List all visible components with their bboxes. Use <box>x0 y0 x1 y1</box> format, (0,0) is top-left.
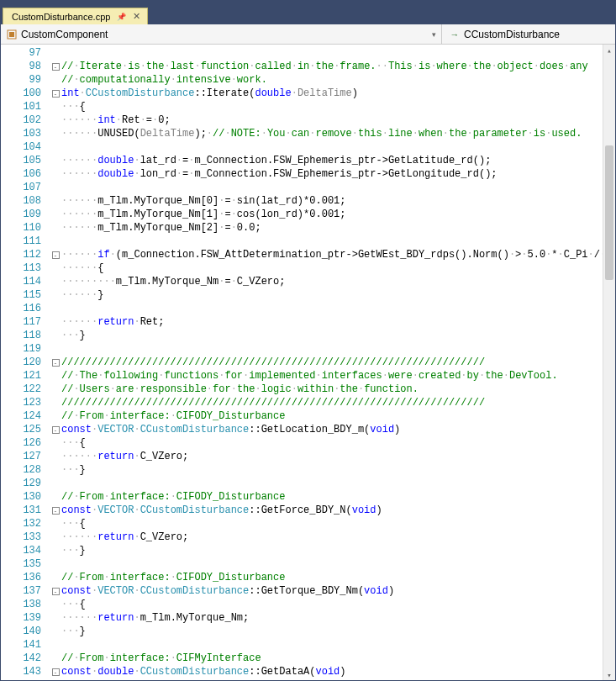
scroll-thumb[interactable] <box>605 145 613 280</box>
code-line[interactable] <box>61 302 615 315</box>
line-number: 122 <box>1 383 41 396</box>
code-line[interactable]: //·From·interface:·CIFODY_Disturbance <box>61 490 615 504</box>
line-number: 101 <box>1 100 41 114</box>
fold-toggle <box>50 517 61 531</box>
code-line[interactable]: //·From·interface:·CIFMyInterface <box>61 652 615 665</box>
code-line[interactable]: //·From·interface:·CIFODY_Disturbance <box>61 409 615 423</box>
code-line[interactable]: ······UNUSED(DeltaTime);·//·NOTE:·You·ca… <box>61 127 615 140</box>
line-number: 143 <box>1 665 41 678</box>
line-number: 129 <box>1 477 41 490</box>
code-line[interactable]: ···{ <box>61 598 615 611</box>
fold-toggle[interactable]: - <box>50 87 61 100</box>
code-line[interactable]: ······m_Tlm.MyTorque_Nm[1]·=·cos(lon_rd)… <box>61 208 615 221</box>
fold-toggle[interactable]: - <box>50 423 61 436</box>
code-line[interactable] <box>61 46 615 60</box>
fold-toggle[interactable]: - <box>50 356 61 369</box>
line-number: 125 <box>1 423 41 436</box>
fold-toggle <box>50 409 61 423</box>
code-line[interactable]: const·VECTOR·CCustomDisturbance::GetTorq… <box>61 584 615 598</box>
vertical-scrollbar[interactable]: ▴ ▾ <box>603 45 615 681</box>
code-line[interactable]: ···} <box>61 625 615 638</box>
line-number: 113 <box>1 261 41 275</box>
code-line[interactable]: //·computationally·intensive·work. <box>61 73 615 87</box>
line-number-gutter: 9798991001011021031041051061071081091101… <box>1 45 50 681</box>
code-line[interactable] <box>61 235 615 248</box>
line-number: 98 <box>1 60 41 73</box>
fold-toggle <box>50 154 61 167</box>
code-line[interactable]: const·VECTOR·CCustomDisturbance::GetLoca… <box>61 423 615 436</box>
code-line[interactable]: ······double·lat_rd·=·m_Connection.FSW_E… <box>61 154 615 167</box>
fold-toggle <box>50 342 61 356</box>
fold-toggle[interactable]: - <box>50 584 61 598</box>
code-line[interactable] <box>61 557 615 571</box>
code-line[interactable]: //·Iterate·is·the·last·function·called·i… <box>61 60 615 73</box>
fold-toggle <box>50 140 61 154</box>
code-line[interactable]: ······m_Tlm.MyTorque_Nm[0]·=·sin(lat_rd)… <box>61 194 615 208</box>
code-line[interactable] <box>61 638 615 652</box>
code-line[interactable] <box>61 181 615 194</box>
code-line[interactable] <box>61 342 615 356</box>
code-line[interactable]: ······} <box>61 288 615 302</box>
code-line[interactable]: ······return·m_Tlm.MyTorque_Nm; <box>61 611 615 625</box>
code-line[interactable]: ······m_Tlm.MyTorque_Nm[2]·=·0.0; <box>61 221 615 235</box>
code-line[interactable]: ······return·C_VZero; <box>61 450 615 463</box>
fold-toggle[interactable]: - <box>50 60 61 73</box>
code-line[interactable]: ···} <box>61 463 615 477</box>
scope-icon <box>6 29 18 40</box>
code-line[interactable]: ······return·Ret; <box>61 315 615 329</box>
fold-toggle <box>50 531 61 544</box>
code-line[interactable]: const·VECTOR·CCustomDisturbance::GetForc… <box>61 504 615 517</box>
code-line[interactable]: ···{ <box>61 517 615 531</box>
fold-toggle[interactable]: - <box>50 248 61 261</box>
line-number: 135 <box>1 557 41 571</box>
line-number: 127 <box>1 450 41 463</box>
code-line[interactable]: ······if·(m_Connection.FSW_AttDeterminat… <box>61 248 615 261</box>
code-line[interactable]: ·········m_Tlm.MyTorque_Nm·=·C_VZero; <box>61 275 615 288</box>
code-line[interactable] <box>61 140 615 154</box>
fold-toggle <box>50 557 61 571</box>
fold-toggle <box>50 167 61 181</box>
scope-dropdown[interactable]: CustomComponent ▾ <box>1 24 442 44</box>
code-line[interactable]: ······int·Ret·=·0; <box>61 114 615 127</box>
line-number: 139 <box>1 611 41 625</box>
fold-toggle <box>50 46 61 60</box>
code-line[interactable]: ······return·C_VZero; <box>61 531 615 544</box>
fold-toggle[interactable]: - <box>50 665 61 678</box>
fold-toggle[interactable]: - <box>50 504 61 517</box>
fold-toggle <box>50 288 61 302</box>
scroll-down-icon[interactable]: ▾ <box>603 669 615 681</box>
line-number: 126 <box>1 436 41 450</box>
close-icon[interactable]: ✕ <box>133 11 140 22</box>
pin-icon[interactable]: 📌 <box>117 13 126 21</box>
code-line[interactable]: ////////////////////////////////////////… <box>61 356 615 369</box>
member-label: CCustomDisturbance <box>464 29 560 40</box>
line-number: 142 <box>1 652 41 665</box>
line-number: 136 <box>1 571 41 584</box>
code-area[interactable]: //·Iterate·is·the·last·function·called·i… <box>61 45 615 681</box>
code-line[interactable]: //·The·following·functions·for·implement… <box>61 369 615 383</box>
fold-toggle <box>50 463 61 477</box>
scroll-up-icon[interactable]: ▴ <box>603 45 615 57</box>
member-dropdown[interactable]: → CCustomDisturbance <box>442 29 615 40</box>
document-tab-bar: CustomDisturbance.cpp 📌 ✕ <box>1 6 615 24</box>
fold-toggle <box>50 369 61 383</box>
code-line[interactable]: ······{ <box>61 261 615 275</box>
code-line[interactable] <box>61 477 615 490</box>
code-line[interactable]: ////////////////////////////////////////… <box>61 396 615 409</box>
code-line[interactable]: ···} <box>61 544 615 557</box>
code-line[interactable]: ···} <box>61 329 615 342</box>
fold-column[interactable]: -------- <box>50 45 61 681</box>
fold-toggle <box>50 181 61 194</box>
code-line[interactable]: ···{ <box>61 100 615 114</box>
code-line[interactable]: ······double·lon_rd·=·m_Connection.FSW_E… <box>61 167 615 181</box>
code-line[interactable]: ···{ <box>61 436 615 450</box>
code-line[interactable]: //·Users·are·responsible·for·the·logic·w… <box>61 383 615 396</box>
code-line[interactable]: //·From·interface:·CIFODY_Disturbance <box>61 571 615 584</box>
code-line[interactable]: const·double·CCustomDisturbance::GetData… <box>61 665 615 678</box>
code-editor[interactable]: 9798991001011021031041051061071081091101… <box>1 45 615 681</box>
tab-customdisturbance[interactable]: CustomDisturbance.cpp 📌 ✕ <box>3 8 148 24</box>
chevron-down-icon: ▾ <box>432 30 436 39</box>
code-line[interactable]: int·CCustomDisturbance::Iterate(double·D… <box>61 87 615 100</box>
line-number: 138 <box>1 598 41 611</box>
fold-toggle <box>50 315 61 329</box>
